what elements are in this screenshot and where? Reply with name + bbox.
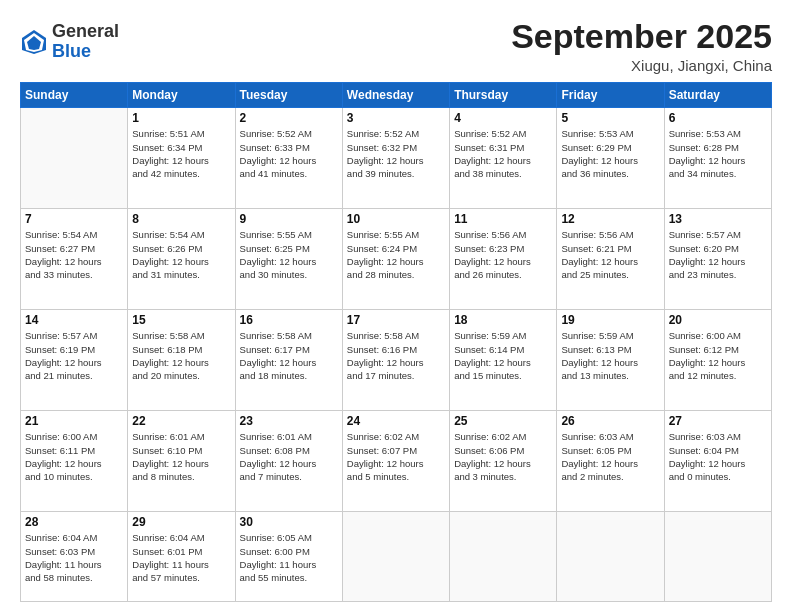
day-number: 3 — [347, 111, 445, 125]
day-info: Sunrise: 5:57 AM Sunset: 6:19 PM Dayligh… — [25, 329, 123, 382]
month-title: September 2025 — [511, 18, 772, 55]
logo-text: General Blue — [52, 22, 119, 62]
title-block: September 2025 Xiugu, Jiangxi, China — [511, 18, 772, 74]
day-info: Sunrise: 6:00 AM Sunset: 6:11 PM Dayligh… — [25, 430, 123, 483]
day-info: Sunrise: 5:56 AM Sunset: 6:21 PM Dayligh… — [561, 228, 659, 281]
day-number: 30 — [240, 515, 338, 529]
calendar-cell: 16Sunrise: 5:58 AM Sunset: 6:17 PM Dayli… — [235, 310, 342, 411]
day-number: 9 — [240, 212, 338, 226]
day-info: Sunrise: 5:51 AM Sunset: 6:34 PM Dayligh… — [132, 127, 230, 180]
calendar-cell: 5Sunrise: 5:53 AM Sunset: 6:29 PM Daylig… — [557, 108, 664, 209]
day-number: 24 — [347, 414, 445, 428]
header: General Blue September 2025 Xiugu, Jiang… — [20, 18, 772, 74]
calendar-cell: 27Sunrise: 6:03 AM Sunset: 6:04 PM Dayli… — [664, 411, 771, 512]
day-info: Sunrise: 5:54 AM Sunset: 6:26 PM Dayligh… — [132, 228, 230, 281]
day-number: 22 — [132, 414, 230, 428]
day-info: Sunrise: 6:03 AM Sunset: 6:05 PM Dayligh… — [561, 430, 659, 483]
calendar-cell: 24Sunrise: 6:02 AM Sunset: 6:07 PM Dayli… — [342, 411, 449, 512]
calendar-cell: 14Sunrise: 5:57 AM Sunset: 6:19 PM Dayli… — [21, 310, 128, 411]
day-info: Sunrise: 6:00 AM Sunset: 6:12 PM Dayligh… — [669, 329, 767, 382]
day-number: 2 — [240, 111, 338, 125]
day-number: 6 — [669, 111, 767, 125]
calendar-cell: 13Sunrise: 5:57 AM Sunset: 6:20 PM Dayli… — [664, 209, 771, 310]
calendar-cell: 7Sunrise: 5:54 AM Sunset: 6:27 PM Daylig… — [21, 209, 128, 310]
day-number: 16 — [240, 313, 338, 327]
weekday-header-thursday: Thursday — [450, 83, 557, 108]
calendar-cell: 11Sunrise: 5:56 AM Sunset: 6:23 PM Dayli… — [450, 209, 557, 310]
day-number: 21 — [25, 414, 123, 428]
weekday-header-tuesday: Tuesday — [235, 83, 342, 108]
day-number: 18 — [454, 313, 552, 327]
day-number: 27 — [669, 414, 767, 428]
calendar-table: SundayMondayTuesdayWednesdayThursdayFrid… — [20, 82, 772, 602]
calendar-cell — [557, 512, 664, 602]
calendar-cell: 25Sunrise: 6:02 AM Sunset: 6:06 PM Dayli… — [450, 411, 557, 512]
logo-blue-text: Blue — [52, 42, 119, 62]
day-info: Sunrise: 5:58 AM Sunset: 6:17 PM Dayligh… — [240, 329, 338, 382]
weekday-header-saturday: Saturday — [664, 83, 771, 108]
day-info: Sunrise: 6:04 AM Sunset: 6:01 PM Dayligh… — [132, 531, 230, 584]
day-number: 7 — [25, 212, 123, 226]
calendar-cell — [21, 108, 128, 209]
day-number: 11 — [454, 212, 552, 226]
day-info: Sunrise: 5:59 AM Sunset: 6:13 PM Dayligh… — [561, 329, 659, 382]
day-info: Sunrise: 6:01 AM Sunset: 6:10 PM Dayligh… — [132, 430, 230, 483]
weekday-header-monday: Monday — [128, 83, 235, 108]
day-info: Sunrise: 5:54 AM Sunset: 6:27 PM Dayligh… — [25, 228, 123, 281]
day-info: Sunrise: 5:52 AM Sunset: 6:32 PM Dayligh… — [347, 127, 445, 180]
day-info: Sunrise: 6:04 AM Sunset: 6:03 PM Dayligh… — [25, 531, 123, 584]
calendar-cell: 18Sunrise: 5:59 AM Sunset: 6:14 PM Dayli… — [450, 310, 557, 411]
day-number: 12 — [561, 212, 659, 226]
weekday-header-wednesday: Wednesday — [342, 83, 449, 108]
day-info: Sunrise: 5:57 AM Sunset: 6:20 PM Dayligh… — [669, 228, 767, 281]
day-info: Sunrise: 6:02 AM Sunset: 6:07 PM Dayligh… — [347, 430, 445, 483]
calendar-cell: 22Sunrise: 6:01 AM Sunset: 6:10 PM Dayli… — [128, 411, 235, 512]
calendar-cell — [450, 512, 557, 602]
calendar-cell: 9Sunrise: 5:55 AM Sunset: 6:25 PM Daylig… — [235, 209, 342, 310]
weekday-header-sunday: Sunday — [21, 83, 128, 108]
calendar-cell: 10Sunrise: 5:55 AM Sunset: 6:24 PM Dayli… — [342, 209, 449, 310]
day-number: 29 — [132, 515, 230, 529]
calendar-cell: 1Sunrise: 5:51 AM Sunset: 6:34 PM Daylig… — [128, 108, 235, 209]
day-number: 13 — [669, 212, 767, 226]
logo-icon — [20, 28, 48, 56]
calendar-cell — [664, 512, 771, 602]
day-info: Sunrise: 6:01 AM Sunset: 6:08 PM Dayligh… — [240, 430, 338, 483]
day-number: 15 — [132, 313, 230, 327]
day-number: 1 — [132, 111, 230, 125]
day-number: 20 — [669, 313, 767, 327]
day-info: Sunrise: 5:53 AM Sunset: 6:29 PM Dayligh… — [561, 127, 659, 180]
day-number: 23 — [240, 414, 338, 428]
day-info: Sunrise: 5:52 AM Sunset: 6:31 PM Dayligh… — [454, 127, 552, 180]
calendar-cell: 20Sunrise: 6:00 AM Sunset: 6:12 PM Dayli… — [664, 310, 771, 411]
day-number: 8 — [132, 212, 230, 226]
calendar-cell: 15Sunrise: 5:58 AM Sunset: 6:18 PM Dayli… — [128, 310, 235, 411]
day-number: 28 — [25, 515, 123, 529]
weekday-header-friday: Friday — [557, 83, 664, 108]
calendar-cell: 19Sunrise: 5:59 AM Sunset: 6:13 PM Dayli… — [557, 310, 664, 411]
day-info: Sunrise: 5:55 AM Sunset: 6:25 PM Dayligh… — [240, 228, 338, 281]
page: General Blue September 2025 Xiugu, Jiang… — [0, 0, 792, 612]
calendar-cell: 8Sunrise: 5:54 AM Sunset: 6:26 PM Daylig… — [128, 209, 235, 310]
day-info: Sunrise: 6:05 AM Sunset: 6:00 PM Dayligh… — [240, 531, 338, 584]
day-number: 26 — [561, 414, 659, 428]
day-number: 25 — [454, 414, 552, 428]
week-row-4: 28Sunrise: 6:04 AM Sunset: 6:03 PM Dayli… — [21, 512, 772, 602]
location: Xiugu, Jiangxi, China — [511, 57, 772, 74]
week-row-2: 14Sunrise: 5:57 AM Sunset: 6:19 PM Dayli… — [21, 310, 772, 411]
calendar-cell: 23Sunrise: 6:01 AM Sunset: 6:08 PM Dayli… — [235, 411, 342, 512]
day-info: Sunrise: 5:52 AM Sunset: 6:33 PM Dayligh… — [240, 127, 338, 180]
day-number: 19 — [561, 313, 659, 327]
calendar-cell: 12Sunrise: 5:56 AM Sunset: 6:21 PM Dayli… — [557, 209, 664, 310]
day-info: Sunrise: 6:03 AM Sunset: 6:04 PM Dayligh… — [669, 430, 767, 483]
week-row-0: 1Sunrise: 5:51 AM Sunset: 6:34 PM Daylig… — [21, 108, 772, 209]
day-info: Sunrise: 5:55 AM Sunset: 6:24 PM Dayligh… — [347, 228, 445, 281]
calendar-cell: 26Sunrise: 6:03 AM Sunset: 6:05 PM Dayli… — [557, 411, 664, 512]
calendar-cell: 28Sunrise: 6:04 AM Sunset: 6:03 PM Dayli… — [21, 512, 128, 602]
calendar-cell: 4Sunrise: 5:52 AM Sunset: 6:31 PM Daylig… — [450, 108, 557, 209]
day-info: Sunrise: 5:59 AM Sunset: 6:14 PM Dayligh… — [454, 329, 552, 382]
calendar-cell: 29Sunrise: 6:04 AM Sunset: 6:01 PM Dayli… — [128, 512, 235, 602]
day-info: Sunrise: 5:58 AM Sunset: 6:16 PM Dayligh… — [347, 329, 445, 382]
day-info: Sunrise: 6:02 AM Sunset: 6:06 PM Dayligh… — [454, 430, 552, 483]
day-info: Sunrise: 5:53 AM Sunset: 6:28 PM Dayligh… — [669, 127, 767, 180]
